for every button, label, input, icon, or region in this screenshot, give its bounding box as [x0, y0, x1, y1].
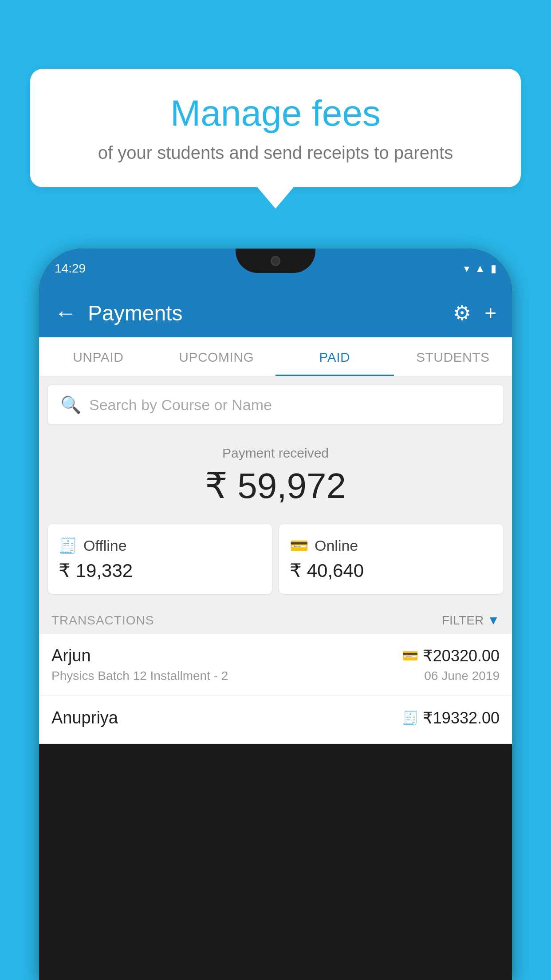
- transaction-amount-wrap: 🧾 ₹19332.00: [402, 709, 500, 727]
- payment-summary: Payment received ₹ 59,972: [39, 433, 512, 524]
- transaction-date: 06 June 2019: [424, 669, 500, 683]
- transaction-name: Anupriya: [51, 708, 118, 727]
- offline-amount: ₹ 19,332: [59, 560, 261, 581]
- tab-bar: UNPAID UPCOMING PAID STUDENTS: [39, 337, 512, 376]
- card-icon: 💳: [402, 648, 418, 664]
- transaction-name: Arjun: [51, 646, 91, 665]
- battery-icon: ▮: [491, 262, 496, 275]
- tab-paid[interactable]: PAID: [276, 337, 394, 376]
- filter-icon: ▼: [487, 613, 500, 628]
- cash-icon: 🧾: [402, 710, 418, 726]
- camera: [271, 256, 280, 266]
- tab-upcoming[interactable]: UPCOMING: [157, 337, 276, 376]
- phone-notch: [236, 249, 315, 273]
- table-row[interactable]: Arjun 💳 ₹20320.00 Physics Batch 12 Insta…: [39, 634, 512, 696]
- transaction-amount: ₹19332.00: [423, 709, 500, 727]
- payment-received-label: Payment received: [48, 446, 503, 461]
- page-title: Payments: [88, 301, 453, 325]
- payment-cards: 🧾 Offline ₹ 19,332 💳 Online ₹ 40,640: [39, 524, 512, 604]
- online-amount: ₹ 40,640: [290, 560, 492, 581]
- bubble-subtitle: of your students and send receipts to pa…: [48, 143, 503, 163]
- total-amount: ₹ 59,972: [48, 465, 503, 506]
- offline-icon: 🧾: [59, 537, 77, 554]
- online-card: 💳 Online ₹ 40,640: [279, 524, 503, 594]
- search-bar[interactable]: 🔍 Search by Course or Name: [48, 385, 503, 424]
- transaction-amount: ₹20320.00: [423, 647, 500, 665]
- signal-icon: ▲: [475, 262, 485, 275]
- offline-card: 🧾 Offline ₹ 19,332: [48, 524, 272, 594]
- transaction-description: Physics Batch 12 Installment - 2: [51, 669, 228, 683]
- online-label: Online: [315, 537, 358, 554]
- filter-label: FILTER: [442, 613, 484, 628]
- transaction-amount-wrap: 💳 ₹20320.00: [402, 647, 500, 665]
- phone-frame: 14:29 ▾ ▲ ▮ ← Payments ⚙ + UNPAID UPCOMI…: [39, 249, 512, 980]
- screen-content: 🔍 Search by Course or Name Payment recei…: [39, 376, 512, 744]
- table-row[interactable]: Anupriya 🧾 ₹19332.00: [39, 696, 512, 744]
- speech-bubble: Manage fees of your students and send re…: [30, 69, 521, 187]
- status-icons: ▾ ▲ ▮: [464, 262, 496, 275]
- status-time: 14:29: [55, 261, 86, 276]
- add-icon[interactable]: +: [484, 301, 496, 325]
- search-input[interactable]: Search by Course or Name: [89, 396, 272, 414]
- transactions-header: TRANSACTIONS FILTER ▼: [39, 604, 512, 634]
- bubble-title: Manage fees: [48, 93, 503, 133]
- back-button[interactable]: ←: [55, 300, 77, 326]
- filter-button[interactable]: FILTER ▼: [442, 613, 500, 628]
- transactions-label: TRANSACTIONS: [51, 613, 154, 628]
- app-header: ← Payments ⚙ +: [39, 288, 512, 337]
- offline-label: Offline: [83, 537, 127, 554]
- online-icon: 💳: [290, 537, 308, 554]
- status-bar: 14:29 ▾ ▲ ▮: [39, 249, 512, 288]
- header-actions: ⚙ +: [453, 301, 496, 325]
- tab-students[interactable]: STUDENTS: [394, 337, 512, 376]
- search-icon: 🔍: [60, 395, 81, 415]
- settings-icon[interactable]: ⚙: [453, 301, 471, 325]
- wifi-icon: ▾: [464, 262, 469, 275]
- tab-unpaid[interactable]: UNPAID: [39, 337, 157, 376]
